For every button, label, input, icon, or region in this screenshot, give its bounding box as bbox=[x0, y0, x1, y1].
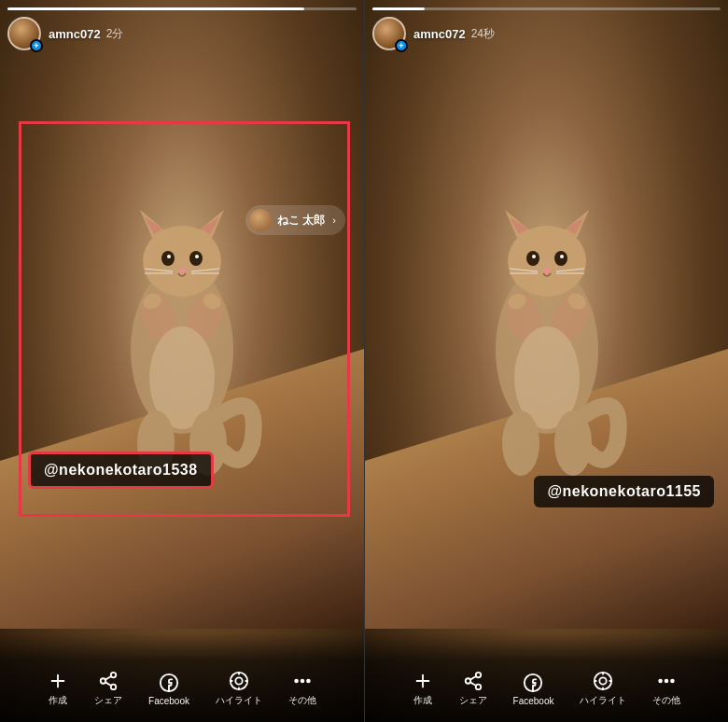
svg-point-6 bbox=[161, 251, 175, 266]
svg-line-63 bbox=[469, 676, 475, 680]
toolbar-item-more-left[interactable]: その他 bbox=[288, 671, 316, 707]
svg-point-8 bbox=[167, 255, 171, 258]
highlight-icon-left bbox=[229, 671, 249, 691]
plus-icon-right bbox=[413, 671, 433, 691]
svg-point-31 bbox=[235, 677, 242, 684]
svg-point-68 bbox=[665, 680, 668, 683]
story-panel-left: + amnc072 2分 ねこ 太郎 › @nekonekotaro1538 作… bbox=[0, 0, 364, 722]
toolbar-item-more-right[interactable]: その他 bbox=[652, 671, 680, 707]
mention-tag-left[interactable]: ねこ 太郎 › bbox=[245, 205, 345, 235]
username-left: amnc072 bbox=[49, 27, 101, 41]
progress-bar-left bbox=[7, 7, 357, 10]
share-icon-left bbox=[98, 671, 119, 691]
more-label-right: その他 bbox=[652, 694, 680, 707]
more-icon-right bbox=[656, 671, 677, 691]
svg-point-41 bbox=[526, 251, 539, 266]
progress-fill-left bbox=[7, 7, 304, 10]
mention-tag-arrow-left: › bbox=[332, 215, 336, 226]
avatar-right[interactable]: + bbox=[372, 17, 406, 50]
svg-point-43 bbox=[532, 255, 536, 258]
svg-line-62 bbox=[469, 682, 475, 686]
toolbar-item-facebook-left[interactable]: Facebook bbox=[148, 673, 189, 706]
progress-fill-right bbox=[372, 7, 425, 10]
cat-image-right bbox=[365, 51, 728, 629]
header-info-left: amnc072 2分 bbox=[49, 26, 123, 42]
facebook-label-right: Facebook bbox=[513, 696, 554, 706]
svg-line-28 bbox=[105, 676, 111, 680]
share-label-right: シェア bbox=[459, 694, 487, 707]
share-label-left: シェア bbox=[94, 694, 122, 707]
create-label-left: 作成 bbox=[49, 694, 67, 707]
create-label-right: 作成 bbox=[413, 694, 432, 707]
avatar-left[interactable]: + bbox=[7, 17, 41, 50]
username-mention-text-left: @nekonekotaro1538 bbox=[44, 462, 198, 478]
toolbar-item-create-right[interactable]: 作成 bbox=[413, 671, 433, 707]
avatar-plus-right: + bbox=[395, 39, 408, 52]
toolbar-item-highlight-right[interactable]: ハイライト bbox=[580, 671, 626, 707]
story-header-left: + amnc072 2分 bbox=[7, 17, 357, 50]
svg-point-10 bbox=[178, 268, 186, 273]
svg-point-33 bbox=[301, 680, 304, 683]
svg-point-44 bbox=[560, 255, 564, 258]
highlight-icon-right bbox=[593, 671, 613, 691]
toolbar-icons-left: 作成 シェア Facebook bbox=[48, 671, 316, 707]
svg-point-66 bbox=[600, 677, 607, 684]
toolbar-item-facebook-right[interactable]: Facebook bbox=[513, 673, 554, 706]
facebook-icon-left bbox=[159, 673, 179, 693]
svg-point-69 bbox=[671, 680, 674, 683]
svg-point-34 bbox=[307, 680, 310, 683]
mention-tag-avatar-left bbox=[249, 209, 272, 231]
mention-tag-name-left: ねこ 太郎 bbox=[277, 213, 325, 229]
bottom-toolbar-right: 作成 シェア Facebook bbox=[365, 633, 728, 722]
svg-point-42 bbox=[554, 251, 567, 266]
highlight-label-left: ハイライト bbox=[216, 694, 262, 707]
toolbar-item-share-left[interactable]: シェア bbox=[94, 671, 122, 707]
username-mention-left[interactable]: @nekonekotaro1538 bbox=[28, 451, 214, 489]
avatar-plus-left: + bbox=[30, 39, 43, 52]
svg-point-7 bbox=[189, 251, 203, 266]
more-icon-left bbox=[292, 671, 313, 691]
story-header-right: + amnc072 24秒 bbox=[372, 17, 721, 50]
facebook-icon-right bbox=[523, 673, 543, 693]
story-panel-right: + amnc072 24秒 @nekonekotaro1155 作成 bbox=[364, 0, 728, 722]
header-info-right: amnc072 24秒 bbox=[413, 26, 495, 42]
svg-line-27 bbox=[105, 682, 111, 686]
svg-point-45 bbox=[543, 268, 551, 273]
toolbar-item-highlight-left[interactable]: ハイライト bbox=[216, 671, 262, 707]
svg-point-67 bbox=[660, 680, 663, 683]
time-ago-right: 24秒 bbox=[471, 26, 495, 42]
toolbar-item-create-left[interactable]: 作成 bbox=[48, 671, 68, 707]
more-label-left: その他 bbox=[288, 694, 316, 707]
facebook-label-left: Facebook bbox=[148, 696, 189, 706]
toolbar-item-share-right[interactable]: シェア bbox=[459, 671, 487, 707]
highlight-label-right: ハイライト bbox=[580, 694, 626, 707]
username-mention-text-right: @nekonekotaro1155 bbox=[547, 483, 701, 499]
plus-icon-left bbox=[48, 671, 68, 691]
svg-point-55 bbox=[502, 410, 539, 476]
svg-point-32 bbox=[295, 680, 298, 683]
time-ago-left: 2分 bbox=[106, 26, 124, 42]
username-right: amnc072 bbox=[413, 27, 466, 41]
bottom-toolbar-left: 作成 シェア Facebook bbox=[0, 633, 364, 722]
cat-image-left bbox=[0, 51, 364, 629]
toolbar-icons-right: 作成 シェア Facebook bbox=[413, 671, 681, 707]
svg-point-9 bbox=[195, 255, 199, 258]
share-icon-right bbox=[463, 671, 483, 691]
progress-bar-right bbox=[372, 7, 721, 10]
username-mention-right[interactable]: @nekonekotaro1155 bbox=[534, 476, 714, 507]
